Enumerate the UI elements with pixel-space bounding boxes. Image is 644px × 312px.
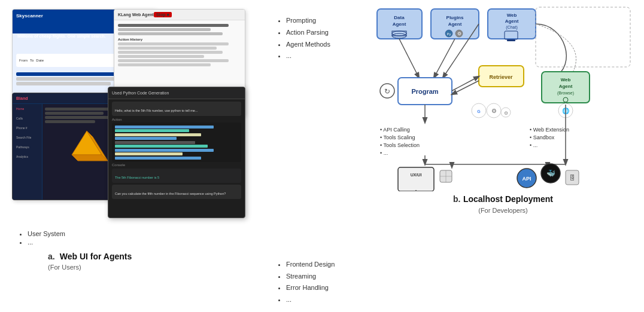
svg-line-22 xyxy=(399,39,419,78)
main-container: Skyscanner Millions of cheap flights. On… xyxy=(0,0,644,312)
section-b-title: Localhost Deployment xyxy=(463,194,553,204)
sidebar-search-label: Search File xyxy=(16,136,31,139)
svg-text:• ...: • ... xyxy=(380,150,388,156)
section-b-letter: b. xyxy=(453,194,460,204)
section-a-subtitle: (For Users) xyxy=(48,264,81,271)
klang-line-3 xyxy=(118,32,223,35)
svg-text:G: G xyxy=(477,109,481,114)
sidebar-item-phone[interactable]: Phone # xyxy=(13,123,42,133)
bullet-streaming: Streaming xyxy=(286,271,368,283)
svg-text:Data: Data xyxy=(394,15,405,20)
bland-3d-shape xyxy=(66,128,108,164)
right-section: Data Agent Plugins Agent Py ⚙ Web xyxy=(374,6,632,306)
bland-line-4 xyxy=(45,120,95,123)
bullet-etc-left: ... xyxy=(28,238,269,246)
svg-text:• Tools Scaling: • Tools Scaling xyxy=(380,134,415,140)
bland-line-3 xyxy=(45,116,116,119)
svg-rect-60 xyxy=(398,167,434,191)
bullet-frontend-design: Frontend Design xyxy=(286,259,368,271)
svg-text:(Browse): (Browse) xyxy=(557,91,574,96)
sidebar-analytics-label: Analytics xyxy=(16,155,28,158)
sidebar-home-label: Home xyxy=(16,107,24,111)
py-output-text: The 5th Fibonacci number is 5 xyxy=(115,176,159,179)
svg-text:(Chat): (Chat) xyxy=(506,25,517,30)
action-item-4 xyxy=(118,55,204,58)
svg-text:• Web Extension: • Web Extension xyxy=(530,127,569,133)
svg-line-37 xyxy=(452,81,479,94)
section-b-label: b. Localhost Deployment (For Developers) xyxy=(374,194,632,215)
py-question-text: Hello, what is the 5th Fib number, use p… xyxy=(115,109,198,112)
action-item-2 xyxy=(118,47,217,50)
svg-text:UX/UI: UX/UI xyxy=(411,173,422,177)
svg-text:🐳: 🐳 xyxy=(546,169,555,178)
bottom-bullet-list: Frontend Design Streaming Error Handling… xyxy=(275,259,368,306)
arch-svg: Data Agent Plugins Agent Py ⚙ Web xyxy=(374,6,631,191)
section-b-subtitle: (For Developers) xyxy=(478,207,528,214)
svg-rect-21 xyxy=(507,39,515,41)
svg-text:Web: Web xyxy=(507,13,517,18)
svg-text:🗄: 🗄 xyxy=(569,175,575,181)
py-code-block xyxy=(112,123,241,162)
klang-stop-button[interactable]: Stop ■ xyxy=(154,12,172,17)
sidebar-item-pathways[interactable]: Pathways xyxy=(13,142,42,152)
bullet-error-handling: Error Handling xyxy=(286,282,368,294)
arch-diagram: Data Agent Plugins Agent Py ⚙ Web xyxy=(374,6,632,194)
bullet-prompting: Prompting xyxy=(286,15,368,27)
sidebar-phone-label: Phone # xyxy=(16,126,28,130)
middle-bottom-bullets: Frontend Design Streaming Error Handling… xyxy=(275,259,368,306)
left-bullet-list: User System ... xyxy=(18,230,269,246)
svg-text:⚙: ⚙ xyxy=(504,111,508,116)
sidebar-item-analytics[interactable]: Analytics xyxy=(13,152,42,161)
sidebar-item-home[interactable]: Home xyxy=(13,104,42,114)
top-bullet-list: Prompting Action Parsing Agent Methods .… xyxy=(275,15,368,62)
svg-text:Agent: Agent xyxy=(393,22,406,27)
svg-text:• Tools Selection: • Tools Selection xyxy=(380,142,420,148)
svg-line-23 xyxy=(434,39,455,78)
svg-text:Py: Py xyxy=(446,32,451,36)
svg-text:Plugins: Plugins xyxy=(446,15,464,20)
svg-text:• ...: • ... xyxy=(530,142,537,148)
content-line-3 xyxy=(16,82,111,85)
svg-marker-0 xyxy=(72,131,102,155)
svg-text:Retriever: Retriever xyxy=(489,74,513,80)
klang-line-2 xyxy=(118,28,211,31)
python-screenshot: Used Python Code Generation Hello, what … xyxy=(108,87,245,218)
action-item-3 xyxy=(118,51,223,54)
bland-sidebar: Home Calls Phone # Search File Pathways xyxy=(13,104,42,200)
svg-text:Program: Program xyxy=(411,88,438,95)
svg-text:Agent: Agent xyxy=(559,84,573,89)
svg-text:• Sandbox: • Sandbox xyxy=(530,134,555,140)
middle-section: Prompting Action Parsing Agent Methods .… xyxy=(275,6,368,306)
sidebar-calls-label: Calls xyxy=(16,117,23,120)
klang-body: Action History xyxy=(114,20,245,70)
py-output: The 5th Fibonacci number is 5 xyxy=(112,169,241,183)
action-item-1 xyxy=(118,42,229,45)
bullet-user-system: User System xyxy=(28,230,269,237)
py-question-1: Hello, what is the 5th Fib number, use p… xyxy=(112,102,241,116)
py-action-label: Action xyxy=(112,118,241,121)
klang-title: KLang Web Agent xyxy=(118,13,154,17)
sidebar-item-calls[interactable]: Calls xyxy=(13,114,42,123)
section-a-sub-container: (For Users) xyxy=(12,261,269,272)
svg-text:Agent: Agent xyxy=(448,22,462,27)
sidebar-pathways-label: Pathways xyxy=(16,145,29,149)
action-item-6 xyxy=(118,63,211,66)
py-console-label: Console xyxy=(112,163,241,167)
klang-header: KLang Web Agent Stop ■ xyxy=(114,10,245,20)
python-chat: Hello, what is the 5th Fib number, use p… xyxy=(108,99,245,201)
action-item-5 xyxy=(118,59,229,62)
left-section: Skyscanner Millions of cheap flights. On… xyxy=(12,6,269,306)
section-a-title: Web UI for Agents xyxy=(60,252,132,261)
klang-action-header: Action History xyxy=(118,38,241,41)
bullet-agent-methods: Agent Methods xyxy=(286,39,368,51)
section-a-letter: a. xyxy=(48,252,55,261)
to-field-label: To xyxy=(30,59,34,62)
klang-line-1 xyxy=(118,24,229,27)
py-more-text: Can you calculate the fifth number in th… xyxy=(115,192,226,195)
sidebar-item-search[interactable]: Search File xyxy=(13,133,42,142)
middle-top-bullets: Prompting Action Parsing Agent Methods .… xyxy=(275,15,368,62)
bullet-etc-mid-bottom: ... xyxy=(286,294,368,306)
search-field-label: From xyxy=(19,59,28,62)
py-more-question: Can you calculate the fifth number in th… xyxy=(112,185,241,199)
skyscanner-tagline: Millions of cheap flights. One simple se… xyxy=(17,33,106,39)
